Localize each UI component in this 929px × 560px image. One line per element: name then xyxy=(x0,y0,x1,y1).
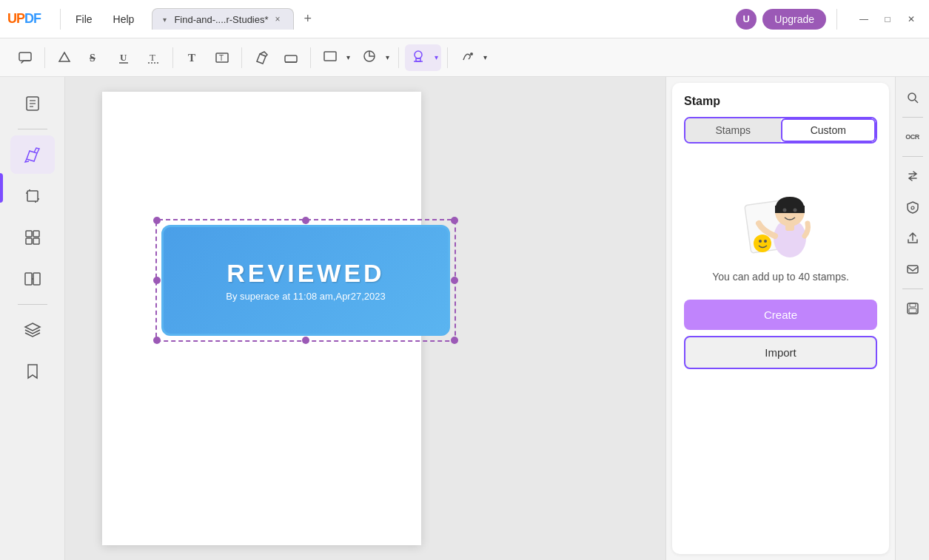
svg-rect-31 xyxy=(33,273,40,285)
svg-rect-49 xyxy=(909,308,916,313)
stamp-info-text: You can add up to 40 stamps. xyxy=(684,269,877,285)
svg-text:T: T xyxy=(188,52,195,64)
maximize-button[interactable]: □ xyxy=(877,9,898,30)
main-area: REVIEWED By superace at 11:08 am,Apr27,2… xyxy=(0,77,929,560)
rect-tool[interactable]: ▾ xyxy=(317,44,353,71)
handle-top-right[interactable] xyxy=(451,217,458,224)
sidebar-item-layers[interactable] xyxy=(10,311,55,349)
content-area: REVIEWED By superace at 11:08 am,Apr27,2… xyxy=(65,77,665,560)
tab-stamps[interactable]: Stamps xyxy=(685,118,781,142)
sidebar-item-pages[interactable] xyxy=(10,84,55,123)
pen-tool[interactable] xyxy=(248,44,275,71)
new-tab-button[interactable]: + xyxy=(300,10,317,28)
sign-dropdown-arrow[interactable]: ▾ xyxy=(480,49,490,66)
handle-middle-right[interactable] xyxy=(451,277,458,284)
email-button[interactable] xyxy=(899,256,926,283)
rs-sep1 xyxy=(902,117,923,118)
svg-rect-46 xyxy=(908,266,918,273)
svg-line-44 xyxy=(915,100,918,103)
svg-point-45 xyxy=(911,206,914,209)
handle-middle-left[interactable] xyxy=(153,277,161,284)
handle-bottom-left[interactable] xyxy=(153,337,161,344)
right-sidebar: OCR xyxy=(895,77,929,560)
sidebar-item-bookmark[interactable] xyxy=(10,352,55,391)
rs-sep2 xyxy=(902,156,923,157)
text-tool[interactable]: T xyxy=(179,44,206,71)
sidebar-item-organize[interactable] xyxy=(10,218,55,257)
sep1 xyxy=(60,9,61,30)
svg-rect-27 xyxy=(33,231,39,237)
highlight-tool[interactable] xyxy=(51,44,78,71)
protect-button[interactable] xyxy=(899,194,926,220)
stamp-tool[interactable]: ▾ xyxy=(405,44,441,71)
import-stamp-button[interactable]: Import xyxy=(684,336,877,369)
sidebar-item-compare[interactable] xyxy=(10,260,55,298)
svg-point-43 xyxy=(908,93,916,101)
stamp-panel-title: Stamp xyxy=(684,95,877,108)
underline2-tool[interactable]: T xyxy=(140,44,167,71)
user-avatar[interactable]: U xyxy=(736,9,757,30)
window-controls: — □ ✕ xyxy=(853,9,922,30)
tab-custom[interactable]: Custom xyxy=(781,118,876,142)
toolbar-sep6 xyxy=(447,47,448,68)
tab-dropdown-icon[interactable]: ▾ xyxy=(163,16,167,24)
search-button[interactable] xyxy=(899,84,926,111)
stamp-selection-border xyxy=(155,219,456,342)
svg-point-41 xyxy=(764,240,767,243)
sign-tool[interactable]: ▾ xyxy=(454,44,490,71)
svg-rect-42 xyxy=(785,223,794,231)
menu-file[interactable]: File xyxy=(65,9,103,30)
sidebar-sep2 xyxy=(18,304,47,305)
stamp-panel-container: Stamp Stamps Custom xyxy=(665,77,895,560)
svg-rect-30 xyxy=(25,273,32,285)
stamp-dropdown-arrow[interactable]: ▾ xyxy=(432,49,441,66)
convert-button[interactable] xyxy=(899,163,926,189)
strikethrough-tool[interactable]: S xyxy=(81,44,107,71)
toolbar-sep5 xyxy=(398,47,399,68)
textbox-tool[interactable]: T xyxy=(209,44,235,71)
comment-tool[interactable] xyxy=(12,44,38,71)
svg-rect-12 xyxy=(324,52,336,61)
active-indicator xyxy=(0,173,3,203)
toolbar-sep3 xyxy=(241,47,242,68)
svg-rect-36 xyxy=(775,206,805,213)
shape-dropdown-arrow[interactable]: ▾ xyxy=(383,49,392,66)
menu-help[interactable]: Help xyxy=(103,9,145,30)
ocr-button[interactable]: OCR xyxy=(899,124,926,150)
handle-bottom-right[interactable] xyxy=(451,337,458,344)
svg-rect-21 xyxy=(27,191,38,201)
stamp-container[interactable]: REVIEWED By superace at 11:08 am,Apr27,2… xyxy=(161,225,450,336)
eraser-tool[interactable] xyxy=(278,44,304,71)
tab-bar: ▾ Find-and-....r-Studies* × + xyxy=(152,8,736,30)
rect-dropdown-arrow[interactable]: ▾ xyxy=(343,49,353,66)
tab-close-button[interactable]: × xyxy=(273,13,283,25)
sidebar-sep1 xyxy=(18,129,47,129)
svg-point-16 xyxy=(470,53,473,55)
sidebar-item-crop[interactable] xyxy=(10,177,55,215)
svg-point-38 xyxy=(793,209,796,212)
stamp-tabs: Stamps Custom xyxy=(684,117,877,144)
save-button[interactable] xyxy=(899,295,926,322)
stamp-panel-bottom: Create Import xyxy=(684,285,877,369)
handle-top-left[interactable] xyxy=(153,217,161,224)
svg-rect-10 xyxy=(285,55,297,62)
illustration-svg xyxy=(737,173,825,262)
document-tab[interactable]: ▾ Find-and-....r-Studies* × xyxy=(152,8,293,30)
sidebar-item-annotate[interactable] xyxy=(10,135,55,174)
svg-rect-29 xyxy=(33,238,39,244)
rs-sep3 xyxy=(902,289,923,289)
sep2 xyxy=(836,9,837,30)
handle-bottom-center[interactable] xyxy=(302,337,309,344)
shape-tool[interactable]: ▾ xyxy=(356,44,392,71)
svg-point-14 xyxy=(415,51,422,58)
underline-tool[interactable]: U xyxy=(110,44,137,71)
svg-point-40 xyxy=(759,240,762,243)
minimize-button[interactable]: — xyxy=(853,9,874,30)
share-button[interactable] xyxy=(899,225,926,252)
handle-top-center[interactable] xyxy=(302,217,309,224)
upgrade-button[interactable]: Upgrade xyxy=(762,9,826,30)
close-button[interactable]: ✕ xyxy=(901,9,922,30)
stamp-illustration xyxy=(684,158,877,269)
svg-point-39 xyxy=(754,235,771,252)
create-stamp-button[interactable]: Create xyxy=(684,300,877,330)
